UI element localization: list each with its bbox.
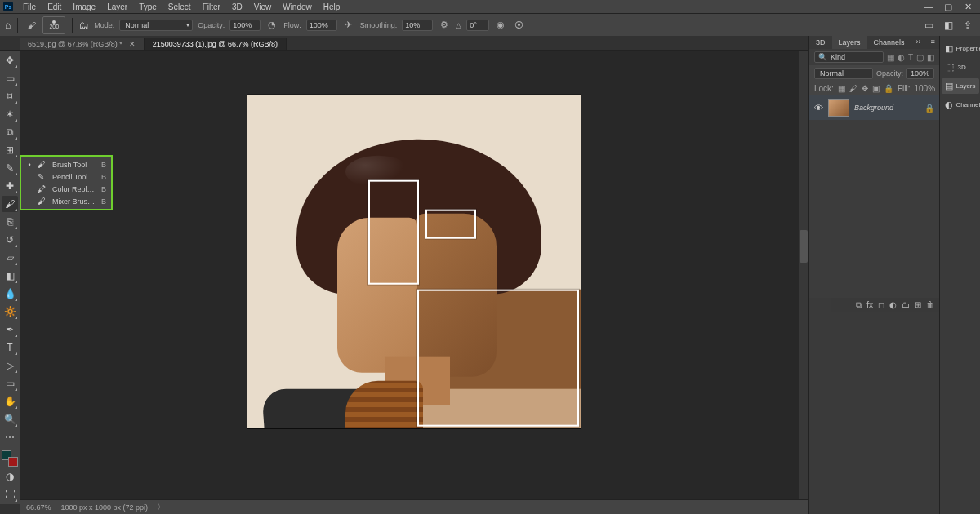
canvas-area[interactable] — [20, 51, 808, 499]
frame-tool[interactable]: ⊞ — [2, 142, 18, 158]
smoothing-gear-icon[interactable]: ⚙ — [438, 19, 451, 32]
filter-shape-icon[interactable]: ▢ — [916, 53, 924, 62]
new-group-icon[interactable]: 🗀 — [902, 300, 910, 310]
background-color[interactable] — [8, 457, 18, 467]
lock-icon[interactable]: 🔒 — [924, 104, 934, 113]
panel-shortcut-channels[interactable]: ◐ Channels — [942, 97, 979, 113]
menu-view[interactable]: View — [249, 2, 277, 12]
edit-toolbar[interactable]: ⋯ — [2, 429, 18, 445]
panel-tab-channels[interactable]: Channels — [867, 36, 911, 49]
pressure-size-icon[interactable]: ◉ — [494, 19, 507, 32]
layer-name[interactable]: Background — [854, 104, 920, 112]
artboard[interactable] — [247, 95, 581, 428]
lock-transparency-icon[interactable]: ▦ — [838, 84, 845, 93]
brush-size-preview[interactable]: 200 — [42, 16, 65, 34]
blur-tool[interactable]: 💧 — [2, 286, 18, 302]
layer-opacity-input[interactable]: 100% — [906, 68, 934, 79]
marquee-tool[interactable]: ▭ — [2, 70, 18, 86]
eyedropper-tool[interactable]: ✎ — [2, 160, 18, 176]
hand-tool[interactable]: ✋ — [2, 393, 18, 410]
delete-layer-icon[interactable]: 🗑 — [926, 300, 934, 310]
filter-adjust-icon[interactable]: ◐ — [898, 53, 905, 62]
filter-type-icon[interactable]: T — [908, 53, 913, 62]
menu-select[interactable]: Select — [163, 2, 196, 12]
filter-pixel-icon[interactable]: ▦ — [887, 53, 894, 62]
layer-filter-dropdown[interactable]: 🔍 Kind — [814, 51, 884, 63]
history-brush-tool[interactable]: ↺ — [2, 232, 18, 248]
document-tab-2[interactable]: 2150039733 (1).jpg @ 66.7% (RGB/8) — [145, 38, 287, 50]
gradient-tool[interactable]: ◧ — [2, 268, 18, 284]
smoothing-input[interactable]: 10% — [402, 20, 433, 31]
layer-blend-dropdown[interactable]: Normal — [814, 68, 873, 79]
shape-tool[interactable]: ▭ — [2, 375, 18, 392]
panel-shortcut-3d[interactable]: ⬚ 3D — [942, 60, 979, 75]
airbrush-icon[interactable]: ✈ — [342, 19, 355, 32]
lock-artboard-icon[interactable]: ▣ — [872, 84, 880, 93]
move-tool[interactable]: ✥ — [2, 52, 18, 69]
quick-select-tool[interactable]: ✶ — [2, 106, 18, 122]
menu-image[interactable]: Image — [68, 2, 100, 12]
menu-file[interactable]: File — [18, 2, 41, 12]
workspace-icon[interactable]: ◧ — [941, 18, 956, 33]
layer-row-background[interactable]: 👁 Background 🔒 — [809, 95, 939, 120]
healing-brush-tool[interactable]: ✚ — [2, 178, 18, 194]
angle-input[interactable]: 0° — [466, 20, 489, 31]
share-icon[interactable]: ⇪ — [960, 18, 975, 33]
brush-presets-icon[interactable]: 🗂 — [79, 20, 89, 31]
selection-box-quadrant[interactable] — [417, 290, 579, 427]
flyout-mixer-brush-tool[interactable]: 🖌 Mixer Brush Tool B — [21, 195, 111, 207]
flow-input[interactable]: 100% — [306, 20, 337, 31]
menu-type[interactable]: Type — [134, 2, 162, 12]
vertical-scrollbar[interactable] — [799, 51, 808, 499]
selection-box-small[interactable] — [425, 210, 476, 239]
document-tab-1[interactable]: 6519.jpg @ 67.8% (RGB/8) * ✕ — [20, 38, 145, 50]
menu-3d[interactable]: 3D — [227, 2, 247, 12]
clone-stamp-tool[interactable]: ⎘ — [2, 214, 18, 230]
filter-smart-icon[interactable]: ◧ — [927, 53, 934, 62]
lock-all-icon[interactable]: 🔒 — [884, 84, 893, 93]
panel-collapse-icon[interactable]: ›› — [911, 36, 926, 49]
chevron-right-icon[interactable]: 〉 — [158, 503, 164, 512]
panel-shortcut-properties[interactable]: ◧ Properties — [942, 41, 979, 56]
dodge-tool[interactable]: 🔆 — [2, 304, 18, 320]
document-info[interactable]: 1000 px x 1000 px (72 ppi) — [61, 503, 149, 512]
color-swatches[interactable] — [2, 450, 18, 467]
symmetry-icon[interactable]: ⦿ — [512, 19, 525, 32]
eraser-tool[interactable]: ▱ — [2, 250, 18, 266]
type-tool[interactable]: T — [2, 339, 18, 356]
crop-tool[interactable]: ⧉ — [2, 124, 18, 140]
minimize-button[interactable]: — — [920, 2, 938, 11]
menu-edit[interactable]: Edit — [42, 2, 66, 12]
lock-pixels-icon[interactable]: 🖌 — [849, 84, 858, 93]
path-select-tool[interactable]: ▷ — [2, 357, 18, 374]
home-icon[interactable]: ⌂ — [5, 20, 11, 31]
layer-fx-icon[interactable]: fx — [866, 300, 873, 310]
panel-menu-icon[interactable]: ≡ — [926, 36, 940, 49]
panel-tab-3d[interactable]: 3D — [809, 36, 832, 49]
menu-help[interactable]: Help — [318, 2, 345, 12]
maximize-button[interactable]: ▢ — [939, 2, 957, 12]
close-button[interactable]: ✕ — [959, 2, 977, 12]
menu-layer[interactable]: Layer — [102, 2, 132, 12]
zoom-level[interactable]: 66.67% — [26, 503, 51, 512]
scrollbar-thumb[interactable] — [800, 230, 808, 263]
screenmode-toggle[interactable]: ⛶ — [2, 486, 18, 503]
flyout-brush-tool[interactable]: • 🖌 Brush Tool B — [21, 158, 111, 171]
zoom-tool[interactable]: 🔍 — [2, 411, 18, 428]
quickmask-toggle[interactable]: ◑ — [2, 468, 18, 485]
pen-tool[interactable]: ✒ — [2, 321, 18, 338]
layer-thumbnail[interactable] — [828, 99, 849, 117]
panel-tab-layers[interactable]: Layers — [832, 36, 867, 49]
add-adjustment-icon[interactable]: ◐ — [889, 300, 897, 310]
layer-fill-input[interactable]: 100% — [914, 84, 935, 93]
blend-mode-dropdown[interactable]: Normal — [119, 20, 193, 31]
visibility-toggle-icon[interactable]: 👁 — [814, 103, 823, 113]
lasso-tool[interactable]: ⌑ — [2, 88, 18, 104]
panel-shortcut-layers[interactable]: ▤ Layers — [942, 78, 979, 94]
flyout-color-replacement-tool[interactable]: 🖍 Color Replacement Tool B — [21, 183, 111, 195]
lock-position-icon[interactable]: ✥ — [862, 84, 868, 93]
menu-filter[interactable]: Filter — [198, 2, 225, 12]
pressure-opacity-icon[interactable]: ◔ — [265, 19, 278, 32]
brush-tool[interactable]: 🖌 — [2, 196, 18, 212]
close-icon[interactable]: ✕ — [129, 40, 136, 48]
